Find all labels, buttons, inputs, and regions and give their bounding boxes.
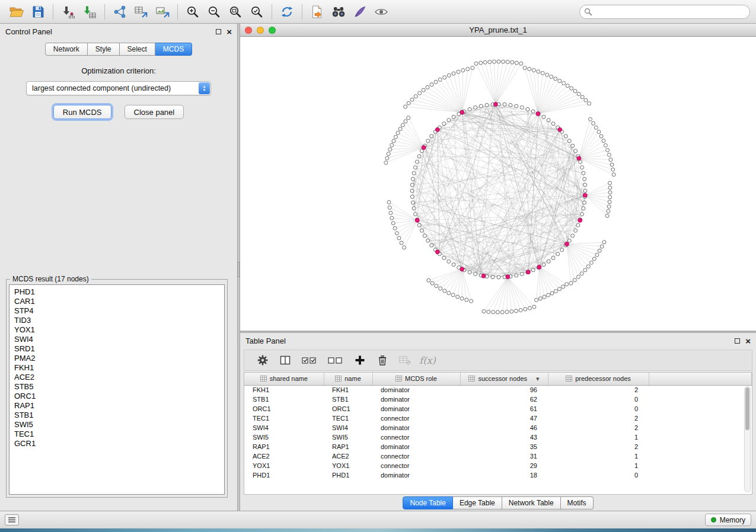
column-header-name[interactable]: name (324, 373, 372, 385)
list-item[interactable]: FKH1 (14, 363, 219, 373)
table-row[interactable]: SWI5SWI5connector431 (244, 432, 752, 442)
open-file-button[interactable] (6, 3, 27, 21)
table-settings-button[interactable] (254, 352, 272, 368)
list-item[interactable]: SWI4 (14, 335, 219, 344)
list-item[interactable]: PMA2 (14, 354, 219, 363)
table-cell[interactable]: dominator (372, 470, 460, 480)
sort-arrow-icon[interactable]: ▾ (536, 375, 540, 383)
table-cell[interactable]: 29 (460, 461, 548, 470)
mcds-result-list[interactable]: PHD1CAR1STP4TID3YOX1SWI4SRD1PMA2FKH1ACE2… (9, 284, 225, 495)
table-cell[interactable]: connector (372, 414, 460, 423)
run-mcds-button[interactable]: Run MCDS (53, 105, 111, 119)
table-cell[interactable] (649, 414, 752, 423)
table-cell[interactable]: 1 (548, 461, 649, 470)
table-cell[interactable]: SWI5 (324, 432, 372, 442)
table-cell[interactable]: 96 (460, 385, 548, 395)
column-header-mcds-role[interactable]: MCDS role (372, 373, 460, 385)
table-cell[interactable] (649, 423, 752, 432)
table-cell[interactable]: dominator (372, 395, 460, 404)
table-cell[interactable] (649, 451, 752, 461)
select-all-button[interactable] (299, 352, 320, 368)
table-cell[interactable]: connector (372, 461, 460, 470)
table-cell[interactable]: 2 (548, 423, 649, 432)
table-cell[interactable]: 47 (460, 414, 548, 423)
tab-mcds[interactable]: MCDS (155, 43, 192, 56)
table-cell[interactable]: 31 (460, 451, 548, 461)
add-column-button[interactable] (351, 352, 369, 368)
zoom-fit-button[interactable] (225, 3, 246, 21)
table-cell[interactable]: 62 (460, 395, 548, 404)
delete-column-button[interactable] (374, 352, 391, 368)
import-table-button[interactable] (79, 3, 100, 21)
table-cell[interactable]: YOX1 (244, 461, 324, 470)
table-cell[interactable]: SWI4 (244, 423, 324, 432)
tab-motifs[interactable]: Motifs (561, 496, 594, 509)
list-item[interactable]: YOX1 (14, 325, 219, 335)
close-panel-icon[interactable]: × (227, 27, 232, 36)
table-cell[interactable]: STB1 (244, 395, 324, 404)
table-cell[interactable]: TEC1 (244, 414, 324, 423)
table-cell[interactable]: SWI4 (324, 423, 372, 432)
new-network-button[interactable] (109, 3, 130, 21)
table-cell[interactable]: PHD1 (324, 470, 372, 480)
table-cell[interactable]: 2 (548, 414, 649, 423)
table-cell[interactable]: dominator (372, 385, 460, 395)
table-cell[interactable]: FKH1 (244, 385, 324, 395)
table-cell[interactable]: 1 (548, 451, 649, 461)
table-cell[interactable]: 35 (460, 442, 548, 451)
table-cell[interactable]: RAP1 (324, 442, 372, 451)
tab-network[interactable]: Network (45, 43, 88, 56)
column-header-successor-nodes[interactable]: successor nodes▾ (460, 373, 548, 385)
zoom-in-button[interactable] (182, 3, 203, 21)
list-item[interactable]: CAR1 (14, 297, 219, 306)
list-item[interactable]: ACE2 (14, 373, 219, 382)
table-cell[interactable]: 46 (460, 423, 548, 432)
column-header-predecessor-nodes[interactable]: predecessor nodes (548, 373, 649, 385)
table-row[interactable]: STB1STB1dominator620 (244, 395, 752, 404)
memory-button[interactable]: Memory (705, 514, 751, 526)
minimize-window-icon[interactable] (257, 27, 264, 34)
table-cell[interactable]: dominator (372, 442, 460, 451)
float-panel-icon[interactable] (735, 338, 740, 344)
table-cell[interactable] (649, 432, 752, 442)
table-scrollbar[interactable] (744, 386, 751, 492)
table-cell[interactable]: 0 (548, 470, 649, 480)
list-item[interactable]: TID3 (14, 316, 219, 325)
export-image-button[interactable] (152, 3, 173, 21)
table-cell[interactable]: connector (372, 451, 460, 461)
table-cell[interactable]: ORC1 (324, 404, 372, 414)
splitter-grip[interactable] (238, 262, 240, 277)
status-menu-button[interactable] (5, 514, 19, 525)
table-cell[interactable]: ACE2 (244, 451, 324, 461)
scrollbar-thumb[interactable] (745, 387, 749, 430)
list-item[interactable]: PHD1 (14, 287, 219, 297)
zoom-selected-button[interactable] (246, 3, 267, 21)
maximize-window-icon[interactable] (269, 27, 276, 34)
table-cell[interactable]: 61 (460, 404, 548, 414)
toggle-visibility-button[interactable] (371, 3, 392, 21)
table-cell[interactable] (649, 461, 752, 470)
table-row[interactable]: TEC1TEC1connector472 (244, 414, 752, 423)
tab-edge-table[interactable]: Edge Table (453, 496, 502, 509)
float-panel-icon[interactable] (216, 29, 221, 34)
table-row[interactable]: FKH1FKH1dominator962 (244, 385, 752, 395)
table-row[interactable]: ACE2ACE2connector311 (244, 451, 752, 461)
table-cell[interactable]: 2 (548, 442, 649, 451)
table-cell[interactable]: RAP1 (244, 442, 324, 451)
tab-select[interactable]: Select (120, 43, 155, 56)
table-cell[interactable]: 18 (460, 470, 548, 480)
table-cell[interactable]: dominator (372, 404, 460, 414)
list-item[interactable]: TEC1 (14, 430, 219, 439)
tab-node-table[interactable]: Node Table (403, 496, 453, 509)
deselect-all-button[interactable] (325, 352, 346, 368)
show-columns-button[interactable] (276, 352, 294, 368)
list-item[interactable]: ORC1 (14, 392, 219, 401)
search-input[interactable] (579, 5, 750, 19)
table-cell[interactable] (649, 470, 752, 480)
zoom-out-button[interactable] (203, 3, 225, 21)
list-item[interactable]: STB5 (14, 382, 219, 392)
table-cell[interactable] (649, 385, 752, 395)
style-button[interactable] (349, 3, 371, 21)
table-cell[interactable]: PHD1 (244, 470, 324, 480)
table-cell[interactable]: 2 (548, 385, 649, 395)
